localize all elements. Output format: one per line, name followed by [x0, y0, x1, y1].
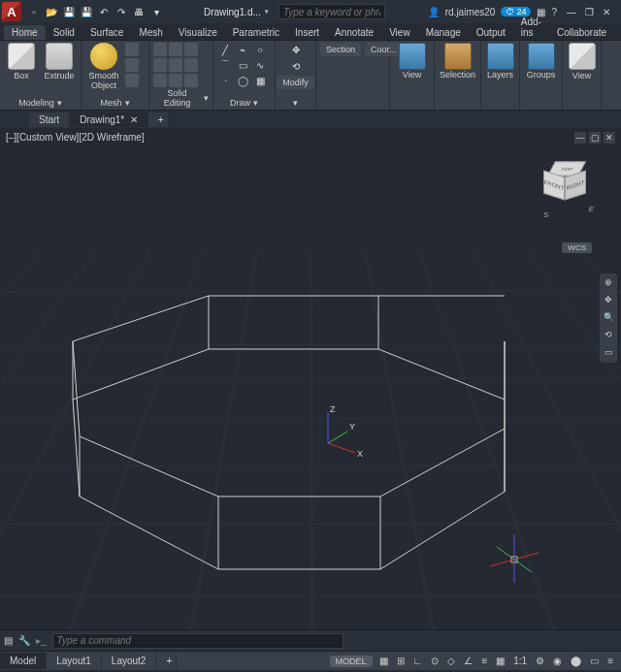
arc-icon[interactable]: ⌒: [217, 58, 233, 72]
hatch-icon[interactable]: ▦: [252, 74, 268, 87]
zoom-icon[interactable]: 🔍: [603, 312, 614, 324]
undo-icon[interactable]: ↶: [97, 5, 111, 18]
command-input[interactable]: [52, 633, 343, 649]
tab-annotate[interactable]: Annotate: [327, 25, 381, 40]
chevron-down-icon[interactable]: ▾: [125, 98, 130, 108]
view-button[interactable]: View: [394, 43, 430, 80]
layers-button[interactable]: Layers: [485, 43, 515, 80]
move-icon[interactable]: ✥: [288, 43, 304, 56]
ortho-toggle-icon[interactable]: ∟: [411, 656, 425, 666]
title-dropdown-icon[interactable]: ▾: [265, 8, 269, 16]
tab-layout1[interactable]: Layout1: [47, 653, 102, 669]
tab-addins[interactable]: Add-ins: [513, 15, 549, 40]
solid-tool-5[interactable]: [169, 58, 182, 72]
mesh-tool-2[interactable]: [125, 58, 139, 72]
restore-button[interactable]: ❐: [580, 4, 598, 19]
viewcube[interactable]: TOP FRONT RIGHT S E: [539, 157, 594, 211]
tab-visualize[interactable]: Visualize: [171, 25, 225, 40]
tab-output[interactable]: Output: [469, 25, 513, 40]
tab-collaborate[interactable]: Collaborate: [549, 25, 614, 40]
polyline-icon[interactable]: ⌁: [235, 43, 250, 56]
new-tab-button[interactable]: +: [148, 112, 169, 127]
fullnav-icon[interactable]: ⊕: [603, 277, 614, 289]
smooth-object-button[interactable]: Smooth Object: [85, 43, 122, 90]
polar-toggle-icon[interactable]: ⊙: [429, 656, 441, 666]
mesh-tool-1[interactable]: [125, 43, 139, 56]
redo-icon[interactable]: ↷: [114, 5, 128, 18]
help-icon[interactable]: ?: [551, 7, 557, 17]
grid-toggle-icon[interactable]: ▦: [377, 656, 390, 666]
tab-model[interactable]: Model: [0, 653, 47, 669]
tab-start[interactable]: Start: [29, 112, 70, 127]
chevron-down-icon[interactable]: ▾: [204, 93, 209, 103]
snap-toggle-icon[interactable]: ⊞: [395, 656, 407, 666]
lineweight-icon[interactable]: ≡: [479, 656, 489, 666]
view2-button[interactable]: View: [567, 43, 597, 80]
osnap-toggle-icon[interactable]: ◇: [445, 656, 457, 666]
mesh-tool-3[interactable]: [125, 74, 139, 87]
tab-parametric[interactable]: Parametric: [225, 25, 287, 40]
tab-drawing1[interactable]: Drawing1* ✕: [70, 112, 148, 127]
viewport-label[interactable]: [–][Custom View][2D Wireframe]: [6, 132, 145, 143]
subtract-icon[interactable]: [169, 43, 182, 56]
tab-featured[interactable]: ▣▾: [614, 25, 621, 40]
tab-home[interactable]: Home: [4, 25, 46, 40]
close-button[interactable]: ✕: [598, 4, 615, 19]
solid-tool-7[interactable]: [153, 74, 167, 87]
saveas-icon[interactable]: 💾: [80, 5, 93, 18]
vp-maximize-icon[interactable]: ▢: [589, 132, 601, 144]
chevron-down-icon[interactable]: ▾: [253, 98, 258, 108]
orbit-icon[interactable]: ⟲: [603, 330, 614, 341]
clean-screen-icon[interactable]: ▭: [588, 656, 601, 666]
isolate-icon[interactable]: ◉: [551, 656, 564, 666]
customize-status-icon[interactable]: ≡: [605, 656, 615, 666]
transparency-icon[interactable]: ▦: [494, 656, 507, 666]
save-icon[interactable]: 💾: [62, 5, 76, 18]
circle-icon[interactable]: ○: [252, 43, 268, 56]
vp-minimize-icon[interactable]: —: [574, 132, 586, 144]
tab-insert[interactable]: Insert: [287, 25, 327, 40]
hardware-accel-icon[interactable]: ⬤: [569, 656, 583, 666]
signin-icon[interactable]: 👤: [428, 7, 440, 17]
new-icon[interactable]: ▫: [27, 5, 41, 18]
add-layout-button[interactable]: +: [156, 653, 177, 669]
solid-tool-6[interactable]: [184, 58, 198, 72]
username-label[interactable]: rd.jaimes20: [445, 7, 496, 17]
extrude-button[interactable]: Extrude: [42, 43, 77, 80]
print-icon[interactable]: 🖶: [132, 5, 146, 18]
rect-icon[interactable]: ▭: [235, 58, 250, 72]
modify-button[interactable]: Modify: [277, 76, 314, 89]
cmd-history-icon[interactable]: ▤: [4, 635, 13, 646]
open-icon[interactable]: 📂: [45, 5, 58, 18]
solid-tool-8[interactable]: [169, 74, 182, 87]
box-button[interactable]: Box: [4, 43, 39, 80]
solid-tool-4[interactable]: [153, 58, 167, 72]
tab-view[interactable]: View: [381, 25, 418, 40]
groups-button[interactable]: Groups: [524, 43, 558, 80]
selection-button[interactable]: Selection: [439, 43, 476, 80]
intersect-icon[interactable]: [184, 43, 198, 56]
tab-mesh[interactable]: Mesh: [131, 25, 170, 40]
vp-close-icon[interactable]: ✕: [604, 132, 615, 144]
pan-icon[interactable]: ✥: [603, 295, 614, 306]
tab-surface[interactable]: Surface: [82, 25, 131, 40]
tab-layout2[interactable]: Layout2: [102, 653, 157, 669]
otrack-toggle-icon[interactable]: ∠: [462, 656, 474, 666]
drawing-viewport[interactable]: [–][Custom View][2D Wireframe] — ▢ ✕ TOP…: [0, 128, 621, 629]
tab-solid[interactable]: Solid: [46, 25, 82, 40]
minimize-button[interactable]: —: [563, 4, 580, 19]
gear-icon[interactable]: ⚙: [534, 656, 546, 666]
solid-tool-9[interactable]: [184, 74, 198, 87]
ellipse-icon[interactable]: ◯: [235, 74, 250, 87]
app-logo[interactable]: A: [2, 2, 21, 21]
chevron-down-icon[interactable]: ▾: [293, 98, 298, 108]
status-model[interactable]: MODEL: [330, 656, 373, 667]
rotate-icon[interactable]: ⟲: [288, 59, 304, 73]
showmotion-icon[interactable]: ▭: [603, 347, 614, 359]
line-icon[interactable]: ╱: [217, 43, 233, 56]
qat-more-icon[interactable]: ▾: [149, 5, 163, 18]
point-icon[interactable]: ⋅: [217, 74, 233, 87]
spline-icon[interactable]: ∿: [252, 58, 268, 72]
section-button[interactable]: Section: [320, 43, 361, 56]
tab-manage[interactable]: Manage: [418, 25, 469, 40]
